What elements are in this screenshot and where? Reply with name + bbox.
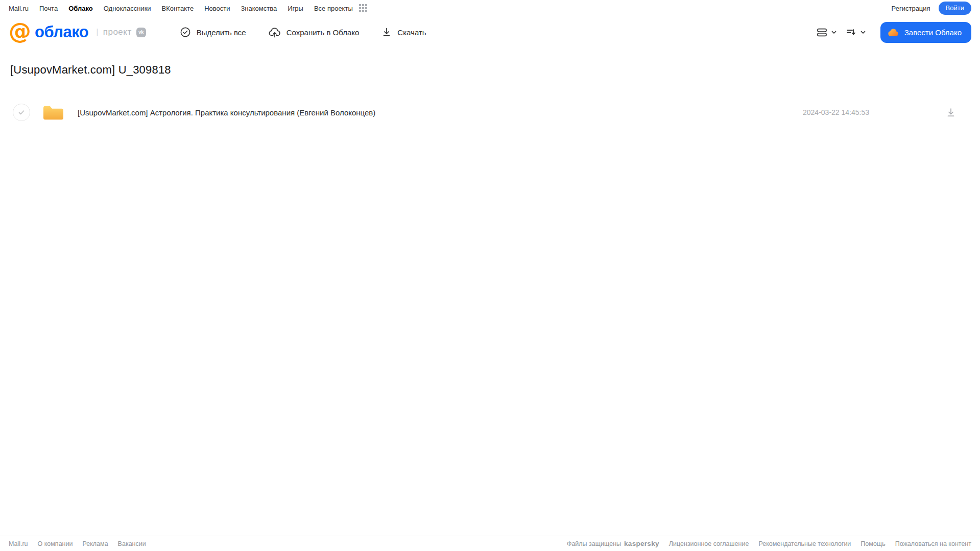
footer-link-jobs[interactable]: Вакансии <box>118 540 146 547</box>
vk-icon: vk <box>136 28 146 37</box>
select-all-label: Выделить все <box>197 28 246 37</box>
list-view-icon <box>816 27 828 38</box>
footer-link-ads[interactable]: Реклама <box>82 540 108 547</box>
cloud-upload-icon <box>269 27 281 38</box>
divider: | <box>96 27 98 37</box>
folder-icon <box>42 103 65 122</box>
page-footer: Mail.ru О компании Реклама Вакансии Файл… <box>0 536 980 551</box>
portal-link-pochta[interactable]: Почта <box>39 5 58 12</box>
footer-link-report-content[interactable]: Пожаловаться на контент <box>895 540 971 547</box>
apps-grid-icon[interactable] <box>359 4 367 12</box>
file-row[interactable]: [UsupovMarket.com] Астрология. Практика … <box>10 99 970 126</box>
download-button[interactable]: Скачать <box>381 27 426 37</box>
register-link[interactable]: Регистрация <box>892 5 930 12</box>
kaspersky-logo[interactable]: kaspersky <box>624 540 659 547</box>
mailru-at-icon: @ <box>9 21 31 41</box>
vk-project-tag: | проект vk <box>96 27 146 37</box>
select-all-button[interactable]: Выделить все <box>180 27 246 38</box>
kaspersky-protected: Файлы защищены kaspersky <box>567 540 659 547</box>
footer-left-links: Mail.ru О компании Реклама Вакансии <box>9 540 146 547</box>
file-date: 2024-03-22 14:45:53 <box>803 108 869 116</box>
footer-link-help[interactable]: Помощь <box>861 540 885 547</box>
file-name-link[interactable]: [UsupovMarket.com] Астрология. Практика … <box>78 108 375 117</box>
toolbar: Выделить все Сохранить в Облако Скачать <box>180 27 426 38</box>
project-label: проект <box>103 27 132 37</box>
portal-nav-right: Регистрация Войти <box>892 2 971 15</box>
portal-link-vkontakte[interactable]: ВКонтакте <box>162 5 194 12</box>
portal-link-igry[interactable]: Игры <box>288 5 303 12</box>
download-label: Скачать <box>397 28 426 37</box>
view-mode-dropdown[interactable] <box>816 27 838 38</box>
portal-link-mailru[interactable]: Mail.ru <box>9 5 29 12</box>
get-cloud-button[interactable]: Завести Облако <box>880 22 971 43</box>
footer-right-links: Файлы защищены kaspersky Лицензионное со… <box>567 540 971 547</box>
chevron-down-icon <box>830 29 838 36</box>
portal-link-oblako-active[interactable]: Облако <box>68 5 93 12</box>
sort-dropdown[interactable] <box>845 27 867 38</box>
portal-link-novosti[interactable]: Новости <box>204 5 230 12</box>
chevron-down-icon <box>859 29 867 36</box>
cloud-logo-text: облако <box>35 23 88 41</box>
portal-link-all-projects[interactable]: Все проекты <box>314 5 353 12</box>
sort-icon <box>845 27 857 38</box>
portal-link-znakomstva[interactable]: Знакомства <box>241 5 277 12</box>
footer-link-mailru[interactable]: Mail.ru <box>9 540 28 547</box>
orange-cloud-icon <box>887 27 900 38</box>
save-to-cloud-button[interactable]: Сохранить в Облако <box>269 27 360 38</box>
cloud-logo[interactable]: @ облако <box>9 23 88 41</box>
save-to-cloud-label: Сохранить в Облако <box>286 28 360 37</box>
main-header: @ облако | проект vk Выделить все <box>0 15 980 49</box>
row-checkbox[interactable] <box>13 104 30 121</box>
login-button[interactable]: Войти <box>939 2 971 15</box>
row-download-icon[interactable] <box>946 107 956 117</box>
download-icon <box>381 27 392 37</box>
footer-link-recommend-tech[interactable]: Рекомендательные технологии <box>758 540 851 547</box>
portal-link-odnoklassniki[interactable]: Одноклассники <box>104 5 151 12</box>
cloud-mailru-public-page: { "portal_nav": { "items": ["Mail.ru", "… <box>0 0 980 551</box>
check-circle-icon <box>180 27 191 38</box>
protected-text: Файлы защищены <box>567 540 621 547</box>
header-right-controls: Завести Облако <box>816 22 971 43</box>
footer-link-about[interactable]: О компании <box>38 540 73 547</box>
footer-link-license[interactable]: Лицензионное соглашение <box>669 540 749 547</box>
get-cloud-label: Завести Облако <box>904 28 962 37</box>
content-area: [UsupovMarket.com] U_309818 [UsupovMarke… <box>0 63 980 126</box>
page-title: [UsupovMarket.com] U_309818 <box>10 63 970 77</box>
portal-nav: Mail.ru Почта Облако Одноклассники ВКонт… <box>0 0 980 15</box>
